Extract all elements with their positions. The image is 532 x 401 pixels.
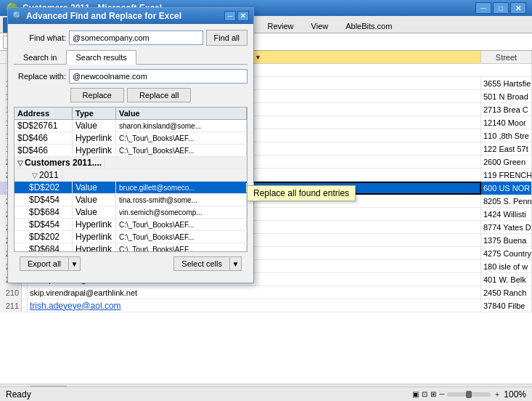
result-type: Hyperlink — [73, 231, 116, 243]
zoom-slider-bar[interactable] — [447, 392, 491, 397]
view-page-icon[interactable]: ⊡ — [422, 390, 427, 398]
result-type: Value — [73, 194, 116, 206]
group-expand-icon: ▽Customers 2011.... — [16, 157, 105, 169]
cell-206-street: 1375 Buena — [481, 234, 532, 247]
tab-search-in[interactable]: Search in — [14, 50, 66, 64]
results-header-type: Type — [73, 108, 116, 119]
result-value: vin.semich@somecomp... — [116, 208, 247, 217]
list-item[interactable]: $D$454 Value tina.ross-smith@some... — [15, 194, 247, 206]
result-value: C:\_Tour\_Books\AEF... — [116, 134, 247, 143]
tab-view[interactable]: View — [303, 19, 337, 33]
cell-204-street: 1424 Willisti — [481, 208, 532, 221]
dialog-bottom-buttons: Export all ▼ Select cells ▼ — [14, 252, 247, 277]
replace-button[interactable]: Replace — [70, 88, 124, 102]
result-value: tina.ross-smith@some... — [116, 195, 247, 205]
dialog-body: Find what: Find all Search in Search res… — [8, 24, 253, 283]
view-break-icon[interactable]: ⊞ — [430, 390, 436, 398]
tab-review[interactable]: Review — [259, 19, 301, 33]
cell-211-email[interactable]: trish.adeyeye@aol.com — [28, 299, 481, 312]
export-dropdown-button[interactable]: ▼ — [69, 256, 81, 271]
col-street-header[interactable]: Street — [481, 51, 532, 63]
list-item-selected[interactable]: $D$202 Value bruce.gillett@someco... — [15, 182, 247, 194]
result-addr: $D$26761 — [15, 120, 73, 131]
cell-205-street: 8774 Yates D — [481, 221, 532, 234]
result-value: C:\_Tour\_Books\AEF... — [116, 245, 247, 253]
list-item[interactable]: $D$684 Value vin.semich@somecomp... — [15, 206, 247, 219]
list-item[interactable]: $D$684 Hyperlink C:\_Tour\_Books\AEF... — [15, 243, 247, 252]
result-type: Value — [73, 120, 116, 131]
cell-208-street: 180 isle of w — [481, 260, 532, 273]
list-item[interactable]: $D$466 Hyperlink C:\_Tour\_Books\AEF... — [15, 145, 247, 157]
zoom-slider-thumb[interactable] — [466, 391, 472, 398]
view-normal-icon[interactable]: ▣ — [412, 390, 419, 398]
replace-with-input[interactable] — [69, 69, 247, 84]
cell-197-street: 12140 Moor — [481, 116, 532, 129]
result-addr: $D$454 — [15, 219, 73, 230]
group-label: Customers 2011.... — [25, 158, 102, 168]
results-header-value: Value — [116, 108, 247, 119]
result-value: bruce.gillett@someco... — [116, 183, 247, 193]
ready-label: Ready — [6, 389, 31, 400]
list-item[interactable]: $D$466 Hyperlink C:\_Tour\_Books\AEF... — [15, 132, 247, 145]
cell-195-street: 501 N Broad — [481, 90, 532, 103]
row-num-211: 211 — [0, 299, 22, 312]
result-value: C:\_Tour\_Books\AEF... — [116, 146, 247, 155]
replace-buttons: Replace Replace all — [14, 88, 247, 102]
cell-211-street: 37840 Filbe — [481, 299, 532, 312]
zoom-out-btn[interactable]: ─ — [439, 390, 444, 398]
maximize-button[interactable]: □ — [493, 2, 509, 14]
close-button[interactable]: ✕ — [510, 2, 526, 14]
results-header: Address Type Value — [15, 108, 247, 120]
replace-with-row: Replace with: — [14, 69, 247, 84]
find-all-button[interactable]: Find all — [206, 30, 247, 46]
table-row: 210 skip.virendrapal@earthlink.net 2450 … — [0, 286, 532, 299]
result-type: Hyperlink — [73, 219, 116, 230]
zoom-in-btn[interactable]: ＋ — [494, 389, 501, 400]
replace-all-button[interactable]: Replace all — [127, 88, 191, 102]
dialog-controls: ─ ✕ — [224, 11, 249, 21]
advanced-find-replace-dialog: 🔍 Advanced Find and Replace for Excel ─ … — [7, 7, 254, 283]
tooltip-text: Replace all found entries — [253, 188, 349, 198]
result-addr: $D$454 — [15, 194, 73, 206]
results-subgroup-header[interactable]: ▽2011 — [15, 169, 247, 182]
select-cells-dropdown-button[interactable]: ▼ — [230, 256, 242, 271]
result-type: Hyperlink — [73, 145, 116, 156]
tab-ablebits[interactable]: AbleBits.com — [337, 19, 400, 33]
status-bar: Ready ▣ ⊡ ⊞ ─ ＋ 100% — [0, 386, 532, 401]
subgroup-label: 2011 — [39, 170, 59, 180]
result-addr: $D$202 — [15, 182, 73, 193]
zoom-percent: 100% — [504, 389, 526, 400]
result-value: C:\_Tour\_Books\AEF... — [116, 220, 247, 230]
result-value: C:\_Tour\_Books\AEF... — [116, 232, 247, 242]
result-addr: $D$684 — [15, 243, 73, 252]
zoom-controls: ▣ ⊡ ⊞ ─ ＋ 100% — [412, 389, 526, 400]
select-cells-button[interactable]: Select cells — [173, 256, 230, 271]
minimize-button[interactable]: ─ — [475, 2, 491, 14]
dialog-minimize-button[interactable]: ─ — [224, 11, 236, 21]
cell-198-street: 110 ,8th Stre — [481, 129, 532, 142]
results-group-header[interactable]: ▽Customers 2011.... — [15, 157, 247, 169]
list-item[interactable]: $D$26761 Value sharon.kinsland@some... — [15, 120, 247, 132]
result-type: Value — [73, 182, 116, 193]
cell-200-street: 2600 Green — [481, 155, 532, 169]
dialog-title: Advanced Find and Replace for Excel — [26, 11, 181, 21]
cell-210-email[interactable]: skip.virendrapal@earthlink.net — [28, 286, 481, 299]
dialog-close-button[interactable]: ✕ — [237, 11, 249, 21]
cell-201-street: 119 FRENCH — [481, 169, 532, 182]
result-value: sharon.kinsland@some... — [116, 121, 247, 131]
export-group: Export all ▼ — [20, 256, 81, 271]
list-item[interactable]: $D$454 Hyperlink C:\_Tour\_Books\AEF... — [15, 219, 247, 231]
result-addr: $D$684 — [15, 206, 73, 218]
replace-all-tooltip: Replace all found entries — [247, 185, 356, 201]
find-what-input[interactable] — [69, 31, 203, 45]
results-grid[interactable]: Address Type Value $D$26761 Value sharon… — [14, 107, 247, 252]
subgroup-expand-icon: ▽2011 — [23, 169, 62, 181]
cell-194-street: 3655 Hartsfie — [481, 77, 532, 90]
export-all-button[interactable]: Export all — [20, 256, 69, 271]
list-item[interactable]: $D$202 Hyperlink C:\_Tour\_Books\AEF... — [15, 231, 247, 243]
dialog-titlebar: 🔍 Advanced Find and Replace for Excel ─ … — [8, 8, 253, 24]
tab-search-results[interactable]: Search results — [66, 50, 136, 65]
cell-210a — [22, 286, 28, 299]
find-what-label: Find what: — [14, 33, 66, 42]
result-addr: $D$202 — [15, 231, 73, 243]
